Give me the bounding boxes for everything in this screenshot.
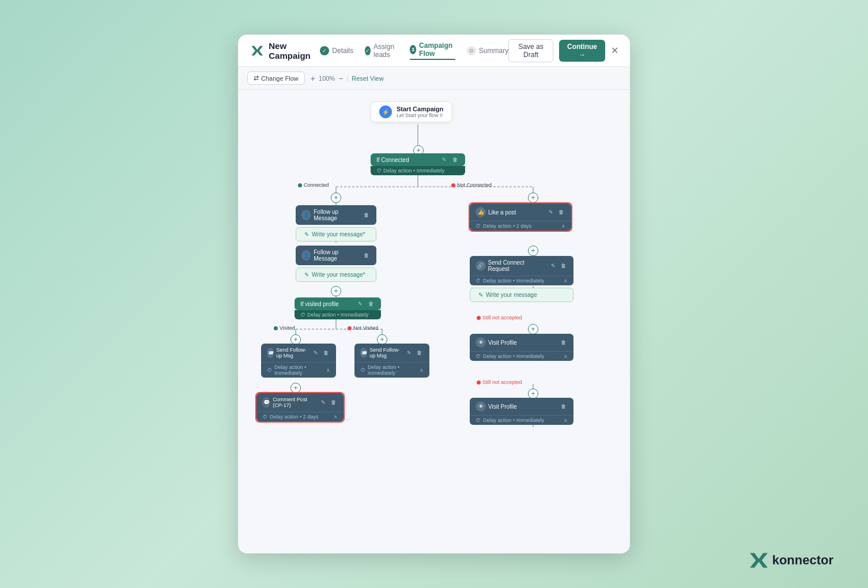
edit-send-followup-visited-btn[interactable]: ✎ — [312, 349, 320, 356]
step-done-icon: ✓ — [320, 46, 329, 55]
step-active-icon: 3 — [410, 45, 416, 54]
start-title: Start Campaign — [397, 105, 443, 112]
follow-up-2-label: Follow up Message — [314, 249, 358, 262]
change-flow-button[interactable]: ⇄ Change Flow — [247, 71, 305, 85]
header-right: Save as Draft Continue → ✕ — [508, 39, 618, 62]
like-post-node: 👍 Like a post ✎ 🗑 ⏱ Delay action • 2 day… — [469, 202, 572, 232]
nav-details-label: Details — [332, 47, 353, 55]
delay-icon: ⏱ — [376, 168, 382, 174]
send-followup-not-visited-delay: ⏱ Delay action • immediately ∧ — [354, 362, 429, 378]
follow-up-2-message[interactable]: ✎ Write your message* — [296, 267, 376, 282]
not-connected-label: Not Connected — [451, 182, 492, 188]
send-connect-placeholder: Write your message — [486, 292, 537, 298]
save-draft-button[interactable]: Save as Draft — [508, 39, 553, 62]
if-connected-label: If Connected — [376, 157, 409, 163]
edit-send-connect-btn[interactable]: ✎ — [549, 262, 557, 269]
nav-step-summary[interactable]: ⊙ Summary — [467, 46, 508, 55]
edit-if-connected-btn[interactable]: ✎ — [440, 156, 448, 163]
visit-profile-1-label: Visit Profile — [488, 340, 517, 346]
nav-summary-label: Summary — [479, 47, 508, 55]
delete-visit-profile-1-btn[interactable]: 🗑 — [559, 339, 568, 346]
if-visited-delay: Delay action • Immediately — [307, 312, 368, 318]
edit-if-visited-btn[interactable]: ✎ — [356, 300, 364, 307]
konnector-brand-logo — [747, 550, 768, 571]
follow-up-1-placeholder: Write your message* — [312, 231, 365, 238]
comment-post-delay: ⏱ Delay action • 2 days ∧ — [256, 412, 344, 421]
still-not-accepted-1-text: Still not accepted — [482, 315, 522, 321]
connected-text: Connected — [304, 182, 329, 188]
header: New Campaign ✓ Details ✓ Assign leads 3 … — [238, 35, 630, 67]
send-followup-visited-delay: ⏱ Delay action • Immediately ∧ — [261, 362, 336, 378]
plus-btn-follow-up-2[interactable]: + — [331, 286, 341, 296]
delete-follow-up-1-btn[interactable]: 🗑 — [362, 212, 371, 218]
nav-step-assign[interactable]: ✓ Assign leads — [365, 43, 398, 59]
continue-button[interactable]: Continue → — [559, 40, 605, 62]
not-visited-text: Not Visited — [353, 325, 378, 331]
delete-visit-profile-2-btn[interactable]: 🗑 — [559, 403, 568, 410]
konnector-logo-icon — [250, 43, 263, 59]
send-connect-label: Send Connect Request — [488, 259, 546, 272]
delete-comment-post-btn[interactable]: 🗑 — [329, 399, 338, 406]
send-followup-visited-label: Send Follow-up Msg — [276, 347, 308, 359]
if-visited-node: If visited profile ✎ 🗑 ⏱ Delay action • … — [295, 297, 381, 319]
still-not-accepted-2: Still not accepted — [477, 379, 522, 385]
delete-if-connected-btn[interactable]: 🗑 — [451, 156, 459, 163]
change-flow-label: Change Flow — [261, 75, 299, 82]
visit-profile-2-label: Visit Profile — [488, 404, 517, 410]
not-connected-text: Not Connected — [457, 182, 492, 188]
plus-btn-left-branch[interactable]: + — [331, 193, 341, 203]
start-subtitle: Let Start your flow !! — [397, 112, 443, 118]
delete-send-connect-btn[interactable]: 🗑 — [559, 262, 568, 269]
canvas: ⚡ Start Campaign Let Start your flow !! … — [238, 90, 630, 553]
step-done-icon-2: ✓ — [365, 46, 371, 55]
delete-like-post-btn[interactable]: 🗑 — [557, 209, 565, 216]
follow-up-1-message[interactable]: ✎ Write your message* — [296, 227, 376, 242]
delete-send-followup-visited-btn[interactable]: 🗑 — [322, 349, 330, 356]
nav-campaign-label: Campaign Flow — [419, 42, 455, 58]
send-connect-message[interactable]: ✎ Write your message — [470, 288, 573, 302]
start-campaign-node: ⚡ Start Campaign Let Start your flow !! — [371, 101, 452, 122]
if-connected-node: If Connected ✎ 🗑 ⏱ Delay action • Immedi… — [371, 153, 465, 175]
edit-like-post-btn[interactable]: ✎ — [547, 209, 555, 216]
connected-label: Connected — [298, 182, 329, 188]
nav-assign-label: Assign leads — [373, 43, 398, 59]
delete-follow-up-2-btn[interactable]: 🗑 — [362, 252, 371, 259]
like-post-delay: ⏱ Delay action • 2 days ∧ — [470, 221, 571, 231]
not-connected-dot — [451, 183, 455, 187]
if-visited-label: If visited profile — [300, 301, 339, 307]
follow-up-1-icon: 👤 — [301, 210, 311, 220]
canvas-inner: ⚡ Start Campaign Let Start your flow !! … — [244, 90, 624, 540]
comment-post-node: 💬 Comment Post (CP-17) ✎ 🗑 ⏱ Delay actio… — [255, 392, 345, 423]
zoom-level: 100% — [319, 75, 335, 82]
header-nav: ✓ Details ✓ Assign leads 3 Campaign Flow… — [320, 42, 508, 60]
edit-comment-post-btn[interactable]: ✎ — [319, 399, 327, 406]
visit-profile-1-delay: ⏱ Delay action • Immediately ∧ — [470, 351, 573, 361]
brand-name: konnector — [772, 553, 833, 568]
start-icon: ⚡ — [379, 105, 392, 118]
plus-btn-still-1[interactable]: + — [528, 324, 538, 334]
nav-step-details[interactable]: ✓ Details — [320, 46, 353, 55]
follow-up-2-placeholder: Write your message* — [312, 272, 365, 278]
header-left: New Campaign — [250, 41, 320, 61]
nav-step-campaign-flow[interactable]: 3 Campaign Flow — [410, 42, 455, 60]
visited-text: Visited — [280, 325, 295, 331]
delete-if-visited-btn[interactable]: 🗑 — [367, 300, 375, 307]
step-num-icon: ⊙ — [467, 46, 476, 55]
follow-up-1-node: 👤 Follow up Message 🗑 ✎ Write your messa… — [296, 205, 376, 242]
visit-profile-2-delay: ⏱ Delay action • Immediately ∧ — [470, 415, 573, 425]
close-button[interactable]: ✕ — [611, 45, 618, 56]
follow-up-1-label: Follow up Message — [314, 209, 358, 221]
visit-profile-1-node: 👁 Visit Profile 🗑 ⏱ Delay action • Immed… — [470, 334, 573, 361]
plus-btn-after-like-post[interactable]: + — [528, 246, 538, 256]
zoom-minus-button[interactable]: − — [338, 74, 343, 83]
edit-send-followup-not-visited-btn[interactable]: ✎ — [405, 349, 413, 356]
change-flow-icon: ⇄ — [254, 74, 259, 82]
reset-view-button[interactable]: Reset View — [352, 75, 383, 82]
canvas-toolbar: ⇄ Change Flow + 100% − | Reset View — [238, 67, 630, 90]
delete-send-followup-not-visited-btn[interactable]: 🗑 — [415, 349, 424, 356]
zoom-controls: + 100% − | Reset View — [311, 74, 384, 83]
send-followup-visited-node: 📨 Send Follow-up Msg ✎ 🗑 ⏱ Delay action … — [261, 344, 336, 378]
zoom-plus-button[interactable]: + — [311, 74, 315, 83]
like-post-label: Like a post — [488, 209, 516, 216]
plus-btn-right-branch[interactable]: + — [528, 193, 538, 203]
